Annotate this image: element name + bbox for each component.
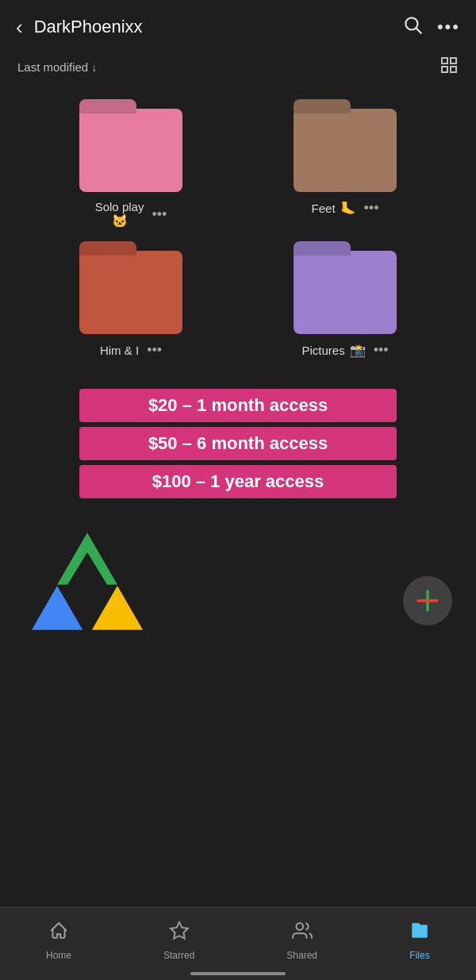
- home-icon: [48, 920, 69, 947]
- folder-name-him-and-i: Him & I: [100, 344, 139, 357]
- svg-rect-2: [442, 58, 447, 63]
- folder-more-him-and-i[interactable]: •••: [147, 342, 162, 359]
- home-indicator: [190, 972, 286, 975]
- folder-name-feet: Feet: [312, 202, 336, 215]
- folders-grid: Solo play 🐱 ••• Feet 🦶 ••• Him & I ••• P…: [0, 86, 476, 375]
- pricing-badge-1: $20 – 1 month access: [79, 389, 397, 422]
- folder-name-solo-play: Solo play: [95, 200, 144, 213]
- svg-rect-3: [451, 58, 456, 63]
- folder-icon-him-and-i: [79, 251, 182, 334]
- folder-emoji-pictures: 📸: [350, 343, 366, 358]
- pricing-badge-2: $50 – 6 month access: [79, 427, 397, 460]
- svg-marker-13: [171, 922, 188, 939]
- fab-button[interactable]: [403, 576, 452, 625]
- sort-bar: Last modified ↓: [0, 48, 476, 86]
- svg-line-1: [416, 29, 421, 33]
- folder-more-pictures[interactable]: •••: [374, 342, 389, 359]
- page-title: DarkPhoenixx: [34, 17, 402, 37]
- sort-arrow-icon: ↓: [91, 61, 97, 74]
- folder-emoji-solo-play: 🐱: [112, 213, 128, 229]
- nav-item-home[interactable]: Home: [33, 917, 84, 964]
- nav-label-files: Files: [409, 950, 429, 961]
- bottom-nav: Home Starred Shared Files: [0, 907, 476, 980]
- drive-section: [0, 506, 476, 641]
- more-menu-icon[interactable]: •••: [437, 17, 460, 37]
- fab-plus-icon: [415, 588, 440, 613]
- nav-label-shared: Shared: [286, 950, 317, 961]
- svg-marker-9: [92, 586, 143, 629]
- svg-rect-4: [442, 67, 447, 72]
- folder-item-pictures[interactable]: Pictures 📸 •••: [238, 236, 452, 367]
- pricing-section: $20 – 1 month access $50 – 6 month acces…: [0, 375, 476, 506]
- files-icon: [409, 920, 430, 947]
- folder-item-solo-play[interactable]: Solo play 🐱 •••: [24, 94, 238, 236]
- sort-label[interactable]: Last modified ↓: [17, 60, 97, 74]
- folder-icon-pictures: [294, 251, 397, 334]
- nav-item-starred[interactable]: Starred: [151, 917, 207, 964]
- nav-label-starred: Starred: [163, 950, 194, 961]
- folder-item-him-and-i[interactable]: Him & I •••: [24, 236, 238, 367]
- header: ‹ DarkPhoenixx •••: [0, 0, 476, 48]
- folder-item-feet[interactable]: Feet 🦶 •••: [238, 94, 452, 236]
- folder-more-solo-play[interactable]: •••: [152, 206, 167, 223]
- folder-emoji-feet: 🦶: [340, 201, 356, 216]
- svg-rect-5: [451, 67, 456, 72]
- svg-point-14: [296, 923, 303, 930]
- folder-name-pictures: Pictures: [301, 344, 344, 357]
- pricing-badge-3: $100 – 1 year access: [79, 465, 397, 498]
- nav-item-shared[interactable]: Shared: [274, 917, 330, 964]
- search-icon[interactable]: [402, 14, 423, 40]
- folder-more-feet[interactable]: •••: [364, 200, 379, 217]
- shared-icon: [292, 920, 313, 947]
- google-drive-logo: [24, 522, 151, 633]
- back-button[interactable]: ‹: [16, 15, 23, 40]
- folder-icon-solo-play: [79, 109, 182, 192]
- starred-icon: [169, 920, 190, 947]
- nav-label-home: Home: [46, 950, 71, 961]
- nav-item-files[interactable]: Files: [397, 917, 443, 964]
- grid-view-icon[interactable]: [440, 56, 459, 79]
- folder-icon-feet: [294, 109, 397, 192]
- svg-marker-8: [32, 586, 83, 629]
